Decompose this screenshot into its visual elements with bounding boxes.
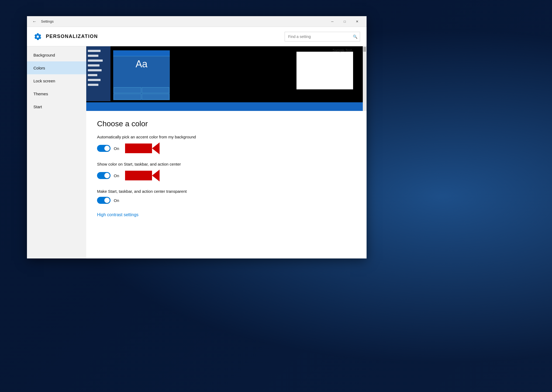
- arrow-head-1: [152, 142, 160, 154]
- content-area: Background Colors Lock screen Themes Sta…: [27, 46, 367, 258]
- title-bar: ← Settings ─ □ ✕: [27, 16, 367, 27]
- preview-sample-text-label: Sample Text: [333, 48, 352, 52]
- search-input[interactable]: [285, 34, 350, 39]
- setting3-label: Make Start, taskbar, and action center t…: [97, 189, 356, 194]
- setting1-toggle-label: On: [114, 146, 119, 151]
- main-panel[interactable]: Aa Sample Text: [86, 46, 367, 258]
- high-contrast-link[interactable]: High contrast settings: [97, 212, 139, 217]
- sidebar-item-colors[interactable]: Colors: [27, 61, 86, 74]
- arrow-body-2: [125, 171, 152, 180]
- preview-sidebar: [86, 46, 111, 101]
- arrow-head-2: [152, 170, 160, 181]
- setting1-label: Automatically pick an accent color from …: [97, 135, 356, 139]
- setting2-label: Show color on Start, taskbar, and action…: [97, 162, 356, 166]
- minimize-button[interactable]: ─: [326, 16, 339, 27]
- maximize-button[interactable]: □: [339, 16, 351, 27]
- red-arrow-2: [125, 170, 160, 181]
- preview-window: Aa: [113, 50, 170, 100]
- sidebar-item-lock-screen[interactable]: Lock screen: [27, 74, 86, 87]
- settings-section: Choose a color Automatically pick an acc…: [86, 111, 367, 226]
- settings-window: ← Settings ─ □ ✕ PERSONALIZATION 🔍: [27, 16, 367, 258]
- setting1-toggle[interactable]: [97, 145, 111, 152]
- sidebar-item-themes[interactable]: Themes: [27, 87, 86, 100]
- search-box: 🔍: [285, 32, 360, 41]
- toggle3-knob: [104, 198, 110, 203]
- sidebar-item-background[interactable]: Background: [27, 48, 86, 61]
- preview-taskbar: [86, 102, 367, 111]
- preview-aa-text: Aa: [136, 58, 147, 70]
- color-preview: Aa Sample Text: [86, 46, 367, 111]
- sidebar-item-start[interactable]: Start: [27, 100, 86, 113]
- setting3-toggle-row: On: [97, 197, 356, 204]
- window-title: Settings: [41, 19, 54, 23]
- arrow-body-1: [125, 144, 152, 153]
- preview-text-area: [296, 52, 353, 89]
- back-button[interactable]: ←: [30, 17, 39, 26]
- setting2-toggle-label: On: [114, 173, 119, 178]
- toggle2-knob: [104, 173, 110, 178]
- setting2-toggle-row: On: [97, 170, 356, 181]
- setting3-toggle[interactable]: [97, 197, 111, 204]
- setting3-toggle-label: On: [114, 198, 119, 203]
- sidebar: Background Colors Lock screen Themes Sta…: [27, 46, 86, 258]
- window-controls: ─ □ ✕: [326, 16, 363, 27]
- section-title: Choose a color: [97, 120, 356, 128]
- toggle1-knob: [104, 146, 110, 151]
- gear-icon: [33, 32, 42, 41]
- setting1-toggle-row: On: [97, 142, 356, 154]
- red-arrow-1: [125, 142, 160, 154]
- preview-scrollbar: [363, 46, 367, 111]
- search-icon: 🔍: [350, 32, 360, 41]
- close-button[interactable]: ✕: [351, 16, 363, 27]
- setting2-toggle[interactable]: [97, 172, 111, 179]
- app-header: PERSONALIZATION 🔍: [27, 27, 367, 46]
- app-title: PERSONALIZATION: [46, 34, 98, 39]
